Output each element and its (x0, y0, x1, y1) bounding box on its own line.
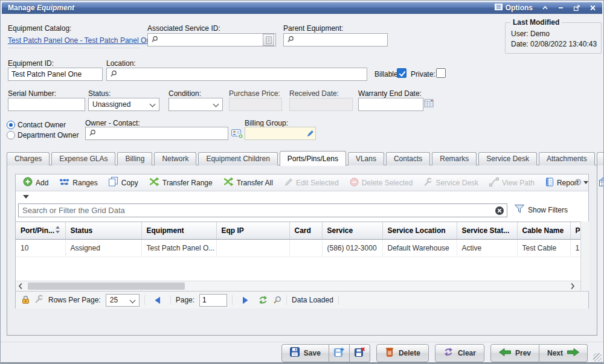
tab-equipment-children[interactable]: Equipment Children (198, 152, 277, 165)
perspectives-icon (599, 177, 604, 188)
close-button[interactable] (590, 5, 596, 11)
scroll-left-arrow[interactable] (18, 283, 23, 292)
collapse-toolbar-toggle[interactable] (23, 195, 29, 199)
refresh-icon[interactable] (258, 295, 268, 305)
lock-icon[interactable] (22, 295, 30, 305)
parent-equipment-field[interactable] (283, 33, 388, 46)
col-header-port-pin[interactable]: Port/Pin... (16, 222, 65, 240)
table-row[interactable]: 10 Assigned Test Patch Panel O... (586) … (16, 240, 580, 257)
status-text: Data Loaded (292, 296, 333, 304)
serial-number-input[interactable] (8, 98, 85, 111)
report-button[interactable]: Report (542, 176, 592, 190)
tab-remarks[interactable]: Remarks (432, 152, 477, 165)
transfer-icon (149, 177, 159, 188)
resize-grip[interactable] (593, 353, 602, 362)
scrollbar-thumb[interactable] (28, 283, 185, 290)
col-header-service[interactable]: Service (322, 222, 382, 240)
service-id-lookup-button[interactable] (263, 34, 274, 46)
col-header-eqp-ip[interactable]: Eqp IP (216, 222, 289, 240)
warranty-end-date-input[interactable] (358, 98, 423, 111)
col-header-equipment[interactable]: Equipment (141, 222, 216, 240)
condition-select[interactable] (169, 98, 223, 111)
prev-button[interactable]: Prev (490, 344, 539, 362)
billing-group-field[interactable] (245, 127, 316, 140)
scroll-right-arrow[interactable] (570, 283, 575, 292)
transfer-range-button[interactable]: Transfer Range (146, 175, 216, 190)
add-contact-icon[interactable] (231, 129, 243, 141)
associated-service-id-field[interactable] (147, 33, 276, 46)
perspectives-button[interactable]: Perspectives (596, 176, 604, 190)
search-icon[interactable] (273, 296, 281, 304)
save-button[interactable]: Save (281, 344, 329, 362)
collapse-button[interactable] (542, 5, 548, 11)
col-header-service-status[interactable]: Service Stat... (457, 222, 517, 240)
parent-equipment-input[interactable] (294, 35, 386, 45)
tab-service-desk[interactable]: Service Desk (478, 152, 537, 165)
wrench-icon[interactable] (34, 295, 43, 305)
equipment-id-input[interactable] (8, 68, 103, 81)
page-number-input[interactable] (199, 294, 227, 307)
clear-search-icon[interactable] (495, 206, 504, 216)
save-and-close-button[interactable] (350, 344, 370, 362)
arrow-right-icon (567, 348, 579, 358)
location-input[interactable] (117, 69, 365, 79)
clear-button[interactable]: Clear (435, 344, 484, 362)
tab-charges[interactable]: Charges (7, 152, 50, 165)
add-button[interactable]: Add (19, 175, 52, 190)
view-path-button[interactable]: View Path (486, 176, 538, 190)
private-checkbox[interactable] (436, 68, 446, 78)
tab-expense-glas[interactable]: Expense GLAs (51, 152, 115, 165)
ranges-button[interactable]: Ranges (56, 176, 101, 190)
delete-selected-button[interactable]: Delete Selected (346, 176, 417, 190)
grid-search-input[interactable] (21, 205, 495, 216)
calendar-icon[interactable] (424, 98, 434, 109)
billable-checkbox[interactable] (397, 68, 406, 78)
service-desk-button[interactable]: Service Desk (420, 176, 482, 190)
save-and-new-button[interactable] (329, 344, 350, 362)
department-owner-label: Department Owner (18, 131, 79, 139)
owner-contact-field[interactable] (85, 127, 228, 140)
edit-pencil-icon[interactable] (307, 130, 314, 137)
copy-button[interactable]: Copy (105, 175, 142, 190)
col-header-p[interactable]: P (570, 222, 580, 240)
location-field[interactable] (106, 68, 367, 81)
rows-per-page-select[interactable]: 25 (106, 294, 140, 307)
next-button[interactable]: Next (539, 344, 588, 362)
tab-user-defined-fields[interactable]: User Defined Fields (597, 152, 604, 165)
popout-button[interactable] (573, 5, 580, 11)
tab-ports-pins-lens[interactable]: Ports/Pins/Lens (280, 151, 346, 166)
grid-search-field[interactable] (18, 203, 507, 217)
minimize-button[interactable] (557, 5, 564, 11)
tab-vlans[interactable]: VLans (348, 152, 384, 165)
prev-page-arrow[interactable] (155, 296, 161, 304)
billing-group-input[interactable] (248, 129, 307, 138)
tab-network[interactable]: Network (154, 152, 196, 165)
col-header-service-location[interactable]: Service Location (382, 222, 457, 240)
window-bottom-edge (1, 362, 603, 363)
show-filters-button[interactable]: Show Filters (515, 205, 568, 215)
tab-contacts[interactable]: Contacts (386, 152, 430, 165)
edit-selected-button[interactable]: Edit Selected (280, 176, 342, 190)
col-header-status[interactable]: Status (65, 222, 141, 240)
gear-icon[interactable]: ⚙ (574, 177, 582, 187)
save-close-floppy-icon (355, 347, 365, 359)
associated-service-id-input[interactable] (158, 35, 262, 45)
status-select[interactable]: Unassigned (88, 98, 159, 111)
owner-contact-input[interactable] (96, 129, 226, 138)
chevron-down-icon (129, 297, 135, 303)
tab-attachments[interactable]: Attachments (539, 152, 595, 165)
col-header-cable-name[interactable]: Cable Name (517, 222, 570, 240)
tab-billing[interactable]: Billing (117, 152, 152, 165)
ranges-icon (59, 178, 69, 188)
purchase-price-input (229, 98, 282, 111)
department-owner-radio[interactable] (7, 131, 15, 139)
col-header-card[interactable]: Card (289, 222, 322, 240)
transfer-all-button[interactable]: Transfer All (220, 175, 277, 190)
contact-owner-radio[interactable] (7, 121, 15, 129)
vertical-scrollbar[interactable] (580, 222, 590, 291)
equipment-catalog-link[interactable]: Test Patch Panel One - Test Patch Panel … (8, 36, 140, 48)
next-page-arrow[interactable] (242, 296, 248, 304)
options-menu-button[interactable]: Options (495, 4, 533, 12)
horizontal-scrollbar[interactable] (16, 281, 580, 291)
delete-button[interactable]: Delete (376, 344, 429, 362)
